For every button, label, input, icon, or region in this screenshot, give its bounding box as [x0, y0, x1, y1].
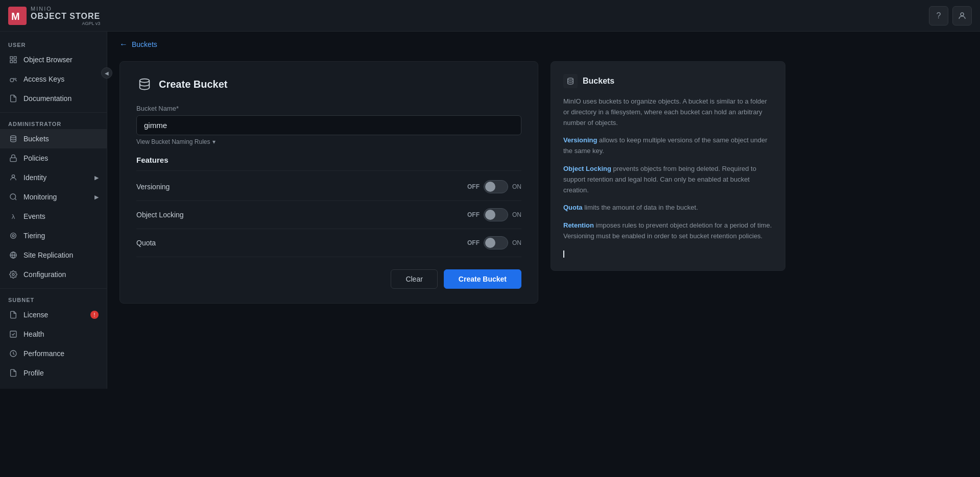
main-layout: ◀ User Object Browser Access Keys Docum [0, 32, 980, 477]
svg-point-19 [140, 79, 150, 83]
sidebar-item-performance-label: Performance [23, 349, 99, 358]
svg-rect-5 [10, 60, 13, 63]
bucket-name-input[interactable] [136, 115, 521, 135]
features-section: Features Versioning OFF ON [136, 156, 521, 257]
svg-rect-9 [10, 158, 16, 161]
topbar: M minio OBJECT STORE AGPL v3 ? [0, 0, 980, 32]
sidebar-item-tiering-label: Tiering [23, 232, 99, 240]
sidebar-item-health-label: Health [23, 330, 99, 338]
info-title-row: Buckets [563, 74, 773, 88]
help-button[interactable]: ? [929, 6, 948, 26]
user-button[interactable] [952, 6, 972, 26]
svg-point-13 [12, 235, 14, 237]
card-title-text: Create Bucket [159, 79, 228, 90]
sidebar-item-monitoring-label: Monitoring [23, 193, 89, 201]
info-object-locking-title: Object Locking [563, 165, 611, 172]
sidebar-item-documentation-label: Documentation [23, 94, 99, 103]
naming-rules-link[interactable]: View Bucket Naming Rules ▾ [136, 138, 521, 145]
svg-point-10 [12, 175, 14, 178]
sidebar-item-buckets[interactable]: Buckets [0, 129, 107, 148]
object-locking-on-label: ON [512, 211, 521, 218]
buckets-icon [8, 134, 18, 144]
object-locking-off-label: OFF [467, 211, 480, 218]
sidebar-item-license[interactable]: License ! [0, 305, 107, 324]
object-locking-label: Object Locking [136, 211, 467, 219]
svg-rect-6 [14, 60, 16, 63]
logo-agpl-label: AGPL v3 [31, 21, 100, 26]
license-icon [8, 310, 18, 320]
svg-point-8 [11, 136, 16, 138]
quota-row: Quota OFF ON [136, 229, 521, 257]
sidebar-item-documentation[interactable]: Documentation [0, 89, 107, 108]
info-versioning-text: Versioning allows to keep multiple versi… [563, 135, 773, 157]
quota-toggle[interactable] [484, 236, 508, 249]
sidebar-item-identity[interactable]: Identity ▶ [0, 168, 107, 187]
sidebar-item-configuration[interactable]: Configuration [0, 265, 107, 284]
sidebar-item-access-keys[interactable]: Access Keys [0, 69, 107, 89]
info-versioning-title: Versioning [563, 136, 597, 144]
sidebar-item-health[interactable]: Health [0, 324, 107, 344]
sidebar-item-license-label: License [23, 311, 84, 319]
features-title: Features [136, 156, 521, 171]
svg-rect-3 [10, 57, 13, 59]
create-bucket-card: Create Bucket Bucket Name* View Bucket N… [119, 61, 538, 304]
minio-logo-icon: M [8, 7, 27, 25]
object-locking-row: Object Locking OFF ON [136, 201, 521, 229]
logo-minio-label: minio [31, 6, 100, 12]
sidebar-item-object-browser[interactable]: Object Browser [0, 50, 107, 69]
clear-button[interactable]: Clear [391, 269, 437, 289]
sidebar-item-performance[interactable]: Performance [0, 344, 107, 363]
sidebar-item-tiering[interactable]: Tiering [0, 226, 107, 245]
events-icon: λ [8, 211, 18, 221]
naming-rules-label: View Bucket Naming Rules [136, 138, 210, 145]
versioning-toggle-container: OFF ON [467, 180, 521, 193]
quota-toggle-container: OFF ON [467, 236, 521, 249]
identity-chevron-icon: ▶ [94, 174, 99, 181]
object-browser-icon [8, 55, 18, 65]
versioning-label: Versioning [136, 183, 467, 191]
sidebar-item-configuration-label: Configuration [23, 270, 99, 279]
svg-point-7 [10, 79, 14, 82]
breadcrumb: ← Buckets [107, 32, 980, 57]
svg-text:M: M [11, 11, 20, 22]
info-retention-title: Retention [563, 221, 594, 229]
versioning-off-label: OFF [467, 183, 480, 190]
bucket-name-label: Bucket Name* [136, 105, 521, 112]
sidebar-section-subnet: Subnet [0, 293, 107, 305]
naming-rules-chevron-icon: ▾ [212, 138, 216, 145]
create-bucket-title-icon [136, 76, 153, 92]
info-quota-title: Quota [563, 204, 583, 211]
sidebar-item-object-browser-label: Object Browser [23, 56, 99, 64]
sidebar-divider-2 [0, 288, 107, 289]
info-panel: Buckets MinIO uses buckets to organize o… [551, 61, 785, 271]
sidebar-item-events[interactable]: λ Events [0, 207, 107, 226]
content-area: ← Buckets Create Bucket [107, 32, 980, 477]
logo-product-label: OBJECT STORE [31, 12, 100, 21]
configuration-icon [8, 269, 18, 280]
sidebar-item-profile[interactable]: Profile [0, 363, 107, 383]
info-object-locking-text: Object Locking prevents objects from bei… [563, 164, 773, 195]
object-locking-toggle-container: OFF ON [467, 208, 521, 221]
identity-icon [8, 172, 18, 183]
card-title-row: Create Bucket [136, 76, 521, 92]
create-bucket-button[interactable]: Create Bucket [444, 269, 521, 289]
policies-icon [8, 153, 18, 163]
sidebar: User Object Browser Access Keys Document… [0, 32, 107, 389]
monitoring-icon [8, 192, 18, 202]
monitoring-chevron-icon: ▶ [94, 194, 99, 200]
svg-rect-17 [10, 331, 16, 337]
svg-point-16 [12, 273, 14, 275]
versioning-toggle[interactable] [484, 180, 508, 193]
site-replication-icon [8, 250, 18, 260]
breadcrumb-buckets-link[interactable]: Buckets [132, 40, 157, 48]
license-badge: ! [90, 311, 99, 319]
sidebar-section-user: User [0, 38, 107, 50]
sidebar-item-policies[interactable]: Policies [0, 148, 107, 168]
info-quota-text: Quota limits the amount of data in the b… [563, 203, 773, 213]
performance-icon [8, 348, 18, 359]
sidebar-item-monitoring[interactable]: Monitoring ▶ [0, 187, 107, 207]
svg-point-20 [568, 78, 573, 80]
object-locking-toggle[interactable] [484, 208, 508, 221]
sidebar-collapse-button[interactable]: ◀ [101, 67, 112, 79]
sidebar-item-site-replication[interactable]: Site Replication [0, 245, 107, 265]
